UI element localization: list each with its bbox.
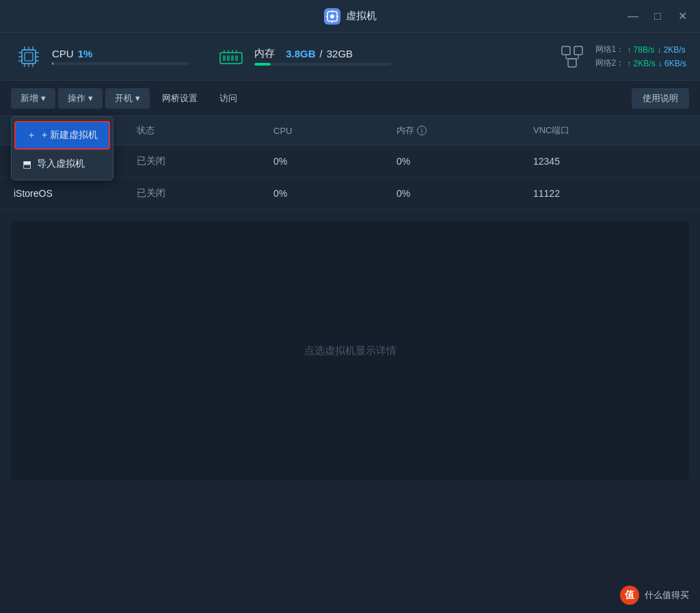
ram-info: 内存 3.8GB / 32GB	[254, 47, 391, 66]
detail-panel: 点选虚拟机显示详情	[11, 221, 689, 480]
vm-cpu-2: 0%	[260, 178, 383, 210]
access-label: 访问	[219, 93, 237, 103]
col-cpu-header: CPU	[260, 116, 383, 146]
ram-separator: /	[320, 48, 323, 59]
help-button[interactable]: 使用说明	[632, 88, 689, 109]
titlebar: 虚拟机 — □ ✕	[0, 0, 700, 33]
new-vm-item[interactable]: ＋ + 新建虚拟机	[14, 121, 110, 150]
ram-status: 内存 3.8GB / 32GB	[216, 42, 391, 72]
network2-down: ↓ 6KB/s	[658, 59, 686, 68]
table-row[interactable]: iStoreOS 已关闭 0% 0% 11122	[0, 178, 700, 210]
watermark-icon: 值	[620, 586, 639, 605]
add-label: 新增	[21, 92, 38, 105]
import-vm-label: 导入虚拟机	[37, 158, 85, 170]
new-vm-label: + 新建虚拟机	[42, 129, 98, 141]
bridge-button[interactable]: 网桥设置	[152, 88, 207, 109]
ram-bar-fill	[254, 63, 271, 66]
svg-rect-29	[562, 46, 570, 55]
close-button[interactable]: ✕	[675, 10, 689, 23]
import-vm-icon: ⬒	[23, 159, 31, 169]
maximize-button[interactable]: □	[651, 10, 664, 23]
cpu-value: 1%	[78, 48, 93, 59]
cpu-label: CPU	[52, 48, 74, 59]
action-button[interactable]: 操作 ▾	[58, 88, 103, 109]
svg-rect-21	[223, 55, 226, 61]
action-label: 操作	[68, 92, 85, 105]
watermark: 值 什么值得买	[620, 586, 689, 605]
vm-memory-1: 0%	[383, 146, 520, 178]
ram-bar-track	[254, 63, 391, 66]
ram-used: 3.8GB	[286, 48, 315, 59]
statusbar: CPU 1% 内存 3.8	[0, 33, 700, 81]
app-icon	[324, 8, 340, 25]
bridge-label: 网桥设置	[162, 93, 198, 103]
add-button[interactable]: 新增 ▾	[11, 88, 55, 109]
app-title-group: 虚拟机	[324, 8, 377, 25]
network2-row: 网络2： ↑ 2KB/s ↓ 6KB/s	[595, 57, 686, 69]
detail-placeholder: 点选虚拟机显示详情	[304, 344, 396, 357]
network-status: 网络1： ↑ 78B/s ↓ 2KB/s 网络2： ↑ 2KB/s ↓ 6KB/…	[557, 42, 686, 72]
help-label: 使用说明	[643, 93, 678, 103]
svg-rect-6	[22, 50, 36, 64]
network2-label: 网络2：	[595, 57, 625, 69]
svg-rect-24	[235, 55, 238, 61]
window-controls: — □ ✕	[626, 10, 689, 23]
cpu-icon	[14, 42, 44, 72]
cpu-info: CPU 1%	[52, 48, 189, 65]
svg-point-1	[330, 14, 334, 18]
cpu-status: CPU 1%	[14, 42, 189, 72]
action-chevron-icon: ▾	[88, 93, 93, 103]
svg-rect-30	[574, 46, 582, 55]
vm-name-2: iStoreOS	[0, 178, 123, 210]
vm-vnc-2: 11122	[520, 178, 700, 210]
toolbar: 新增 ▾ 操作 ▾ 开机 ▾ 网桥设置 访问 使用说明	[0, 81, 700, 116]
add-chevron-icon: ▾	[41, 93, 46, 103]
network1-row: 网络1： ↑ 78B/s ↓ 2KB/s	[595, 44, 686, 55]
power-button[interactable]: 开机 ▾	[105, 88, 150, 109]
vm-vnc-1: 12345	[520, 146, 700, 178]
network-info: 网络1： ↑ 78B/s ↓ 2KB/s 网络2： ↑ 2KB/s ↓ 6KB/…	[595, 44, 686, 69]
network1-down: ↓ 2KB/s	[657, 45, 685, 55]
access-button[interactable]: 访问	[210, 88, 247, 109]
network2-up: ↑ 2KB/s	[627, 59, 655, 68]
vm-cpu-1: 0%	[260, 146, 383, 178]
minimize-button[interactable]: —	[626, 10, 640, 23]
app-title: 虚拟机	[346, 10, 377, 23]
cpu-bar-track	[52, 62, 189, 65]
ram-total: 32GB	[327, 48, 353, 59]
add-dropdown-menu: ＋ + 新建虚拟机 ⬒ 导入虚拟机	[11, 116, 113, 180]
network1-up: ↑ 78B/s	[627, 45, 654, 55]
vm-memory-2: 0%	[383, 178, 520, 210]
net-icon	[557, 42, 587, 72]
svg-rect-31	[568, 59, 576, 67]
col-status-header: 状态	[123, 116, 260, 146]
col-vnc-header: VNC端口	[520, 116, 700, 146]
svg-rect-23	[231, 55, 234, 61]
new-vm-icon: ＋	[27, 129, 36, 141]
svg-rect-7	[25, 53, 33, 61]
watermark-text: 什么值得买	[645, 589, 689, 601]
cpu-bar-fill	[52, 62, 53, 65]
import-vm-item[interactable]: ⬒ 导入虚拟机	[12, 151, 113, 177]
vm-status-1: 已关闭	[123, 146, 260, 178]
col-memory-header: 内存 i	[383, 116, 520, 146]
memory-info-icon: i	[417, 126, 427, 135]
vm-status-2: 已关闭	[123, 178, 260, 210]
power-label: 开机	[115, 92, 133, 105]
ram-icon	[216, 42, 246, 72]
power-chevron-icon: ▾	[135, 93, 140, 103]
network1-label: 网络1：	[595, 44, 625, 55]
svg-rect-22	[227, 55, 230, 61]
ram-label: 内存	[254, 47, 275, 60]
